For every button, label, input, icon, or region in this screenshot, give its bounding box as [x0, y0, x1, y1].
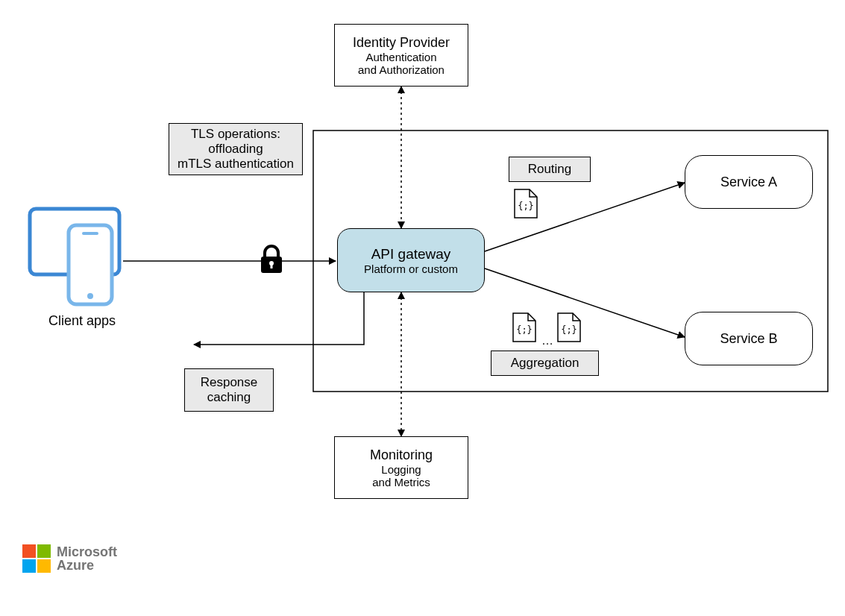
- routing-label: Routing: [528, 162, 572, 177]
- svg-rect-4: [82, 232, 98, 235]
- client-apps-label: Client apps: [41, 313, 123, 329]
- gateway-sub: Platform or custom: [364, 263, 458, 275]
- diagram-stage: Identity Provider Authentication and Aut…: [0, 0, 845, 616]
- api-gateway-box: API gateway Platform or custom: [337, 228, 485, 292]
- connections-layer: [0, 0, 845, 616]
- monitoring-sub1: Logging: [381, 463, 421, 476]
- monitoring-box: Monitoring Logging and Metrics: [334, 436, 468, 499]
- svg-text:{;}: {;}: [518, 201, 534, 211]
- identity-title: Identity Provider: [353, 35, 450, 51]
- aggregation-ellipsis: …: [541, 334, 553, 348]
- tls-line2: offloading: [208, 142, 263, 157]
- service-b-box: Service B: [685, 312, 813, 365]
- service-a-label: Service A: [720, 175, 777, 190]
- svg-point-1: [72, 265, 77, 269]
- monitoring-title: Monitoring: [370, 447, 433, 463]
- aggregation-document-icon-1: {;}: [512, 312, 537, 343]
- service-b-label: Service B: [720, 331, 777, 347]
- identity-sub2: and Authorization: [358, 63, 445, 76]
- azure-logo: Microsoft Azure: [22, 544, 117, 573]
- svg-rect-2: [69, 225, 112, 304]
- svg-rect-0: [30, 209, 119, 274]
- svg-point-6: [269, 261, 274, 265]
- tls-line1: TLS operations:: [191, 127, 280, 142]
- monitoring-sub2: and Metrics: [372, 476, 430, 488]
- brand-line2: Azure: [57, 559, 117, 572]
- client-devices-icon: [30, 209, 119, 304]
- svg-rect-7: [271, 263, 273, 268]
- routing-document-icon: {;}: [513, 188, 538, 219]
- identity-provider-box: Identity Provider Authentication and Aut…: [334, 24, 468, 87]
- service-a-box: Service A: [685, 155, 813, 209]
- gateway-title: API gateway: [371, 246, 451, 263]
- svg-rect-5: [261, 257, 282, 273]
- svg-point-3: [87, 293, 93, 299]
- response-l1: Response: [201, 375, 258, 390]
- response-caching-box: Response caching: [184, 368, 274, 412]
- aggregation-label: Aggregation: [511, 356, 579, 371]
- aggregation-document-icon-2: {;}: [556, 312, 582, 343]
- microsoft-logo-icon: [22, 544, 51, 573]
- identity-sub1: Authentication: [365, 51, 436, 63]
- svg-text:{;}: {;}: [561, 324, 577, 335]
- brand-line1: Microsoft: [57, 545, 117, 559]
- aggregation-box: Aggregation: [491, 351, 599, 376]
- tls-line3: mTLS authentication: [178, 157, 294, 172]
- response-l2: caching: [207, 390, 251, 405]
- routing-box: Routing: [509, 157, 591, 182]
- arrow-response-caching: [194, 292, 364, 345]
- tls-operations-box: TLS operations: offloading mTLS authenti…: [169, 123, 303, 175]
- svg-text:{;}: {;}: [516, 324, 533, 335]
- lock-icon: [261, 246, 282, 273]
